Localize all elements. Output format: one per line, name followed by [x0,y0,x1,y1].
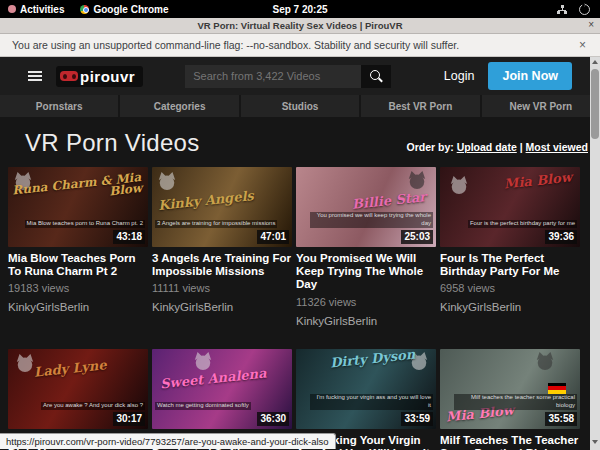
page-title: VR Porn Videos [25,129,200,157]
nav-item-best-vr-porn[interactable]: Best VR Porn [361,95,481,117]
thumb-caption: Milf teaches the teacher some practical … [454,394,577,410]
infobar-close-icon[interactable]: × [579,38,600,52]
power-icon[interactable] [579,4,590,15]
window-title: VR Porn: Virtual Reality Sex Videos | Pi… [197,20,402,31]
video-card[interactable]: Kinky Angels 3 Angels are training for i… [152,167,292,327]
chrome-icon [80,5,89,14]
nav-item-studios[interactable]: Studios [241,95,361,117]
video-thumbnail[interactable]: Mia Blow Milf teaches the teacher some p… [440,349,580,429]
video-thumbnail[interactable]: Lady Lyne Are you awake ? And your dick … [8,349,148,429]
search-input[interactable] [185,65,361,88]
thumb-overlay-text: Dirty Dyson [330,349,416,370]
video-views: 19183 views [8,282,148,294]
video-thumbnail[interactable]: Billie Star You promised we will keep tr… [296,167,436,247]
duration-badge: 35:58 [545,412,577,426]
duration-badge: 36:30 [257,412,289,426]
web-content: pirouvr Login Join Now Pornstars Categor… [0,57,600,450]
thumb-overlay-text: Lady Lyne [34,359,108,379]
duration-badge: 30:17 [113,412,145,426]
activities-label: Activities [20,4,64,15]
video-thumbnail[interactable]: Mia Blow Four is the perfect birthday pa… [440,167,580,247]
join-now-button[interactable]: Join Now [488,62,572,90]
duration-badge: 25:03 [401,230,433,244]
scroll-down-icon[interactable] [592,440,598,444]
video-views: 11111 views [152,282,292,294]
window-titlebar: VR Porn: Virtual Reality Sex Videos | Pi… [0,18,600,34]
video-title[interactable]: Four Is The Perfect Birthday Party For M… [440,252,580,278]
activities-button[interactable]: Activities [0,4,72,15]
vr-goggles-icon [60,71,78,81]
scrollbar-thumb[interactable] [591,69,599,139]
video-grid: Runa Charm & Mia Blow Mia Blow teaches p… [0,167,592,450]
thumb-caption: 3 Angels are training for impossible mis… [155,220,277,228]
video-title[interactable]: 3 Angels Are Training For Impossible Mis… [152,252,292,278]
video-card[interactable]: Mia Blow Four is the perfect birthday pa… [440,167,580,327]
activities-icon [8,5,16,13]
video-thumbnail[interactable]: Runa Charm & Mia Blow Mia Blow teaches p… [8,167,148,247]
thumb-overlay-text: Mia Blow [503,171,572,190]
video-card[interactable]: Runa Charm & Mia Blow Mia Blow teaches p… [8,167,148,327]
search-button[interactable] [361,65,391,88]
page-heading-row: VR Porn Videos Order by: Upload date | M… [25,129,588,157]
video-thumbnail[interactable]: Kinky Angels 3 Angels are training for i… [152,167,292,247]
video-thumbnail[interactable]: Sweet Analena Watch me getting dominated… [152,349,292,429]
thumb-overlay-text: Kinky Angels [158,190,255,212]
thumb-overlay-text: Sweet Analena [160,367,267,390]
studio-link[interactable]: KinkyGirlsBerlin [440,301,580,313]
order-most-viewed-link[interactable]: Most viewed [526,141,588,153]
studio-cat-logo-icon [14,353,36,373]
order-by-label: Order by: [406,141,453,153]
video-title[interactable]: Mia Blow Teaches Porn To Runa Charm Pt 2 [8,252,148,278]
thumb-caption: Are you awake ? And your dick also ? [41,402,145,410]
nav-item-pornstars[interactable]: Pornstars [0,95,120,117]
thumb-caption: Mia Blow teaches porn to Runa Charm pt. … [25,220,145,228]
hamburger-menu-icon[interactable] [28,71,42,81]
studio-link[interactable]: KinkyGirlsBerlin [8,301,148,313]
nav-item-categories[interactable]: Categories [120,95,240,117]
german-flag-icon [548,383,566,394]
site-logo[interactable]: pirouvr [56,66,143,87]
thumb-overlay-text: Billie Star [352,191,427,211]
studio-link[interactable]: KinkyGirlsBerlin [152,301,292,313]
video-views: 11326 views [296,296,436,308]
nav-item-new-vr-porn[interactable]: New VR Porn [482,95,600,117]
video-views: 6958 views [440,282,580,294]
video-card[interactable]: Billie Star You promised we will keep tr… [296,167,436,327]
site-logo-text: pirouvr [80,68,135,85]
search-icon [370,70,380,80]
order-upload-date-link[interactable]: Upload date [457,141,517,153]
studio-cat-logo-icon [534,351,556,371]
window-close-icon[interactable]: × [588,19,594,30]
order-separator: | [520,141,523,153]
thumb-caption: Four is the perfect birthday party for m… [468,220,577,228]
site-header: pirouvr Login Join Now [0,57,600,95]
video-title[interactable]: You Promised We Will Keep Trying The Who… [296,252,436,292]
duration-badge: 33:59 [401,412,433,426]
studio-cat-logo-icon [192,351,214,371]
app-menu-button[interactable]: Google Chrome [72,4,176,15]
scroll-up-icon[interactable] [592,60,598,64]
thumb-caption: Watch me getting dominated softly [155,402,251,410]
duration-badge: 47:01 [257,230,289,244]
chrome-infobar: You are using an unsupported command-lin… [0,34,600,57]
studio-link[interactable]: KinkyGirlsBerlin [296,315,436,327]
app-menu-label: Google Chrome [93,4,168,15]
duration-badge: 43:18 [113,230,145,244]
video-title[interactable]: Milf Teaches The Teacher Some Practical … [440,434,580,450]
order-by: Order by: Upload date | Most viewed [406,141,588,153]
vertical-scrollbar[interactable] [590,57,600,450]
network-icon[interactable] [557,5,567,14]
status-url-bar: https://pirouvr.com/vr-porn-video/779325… [0,433,336,449]
video-thumbnail[interactable]: Dirty Dyson I'm fucking your virgin ass … [296,349,436,429]
search-box [185,65,391,88]
studio-cat-logo-icon [156,171,178,191]
thumb-caption: You promised we will keep trying the who… [310,212,433,228]
status-url-text: https://pirouvr.com/vr-porn-video/779325… [6,436,329,447]
video-card[interactable]: Mia Blow Milf teaches the teacher some p… [440,349,580,450]
login-link[interactable]: Login [430,69,489,83]
system-top-bar: Activities Google Chrome Sep 7 20:25 [0,0,600,18]
studio-cat-logo-icon [406,170,428,190]
main-nav: Pornstars Categories Studios Best VR Por… [0,95,600,117]
duration-badge: 39:36 [545,230,577,244]
studio-cat-logo-icon [448,175,470,195]
